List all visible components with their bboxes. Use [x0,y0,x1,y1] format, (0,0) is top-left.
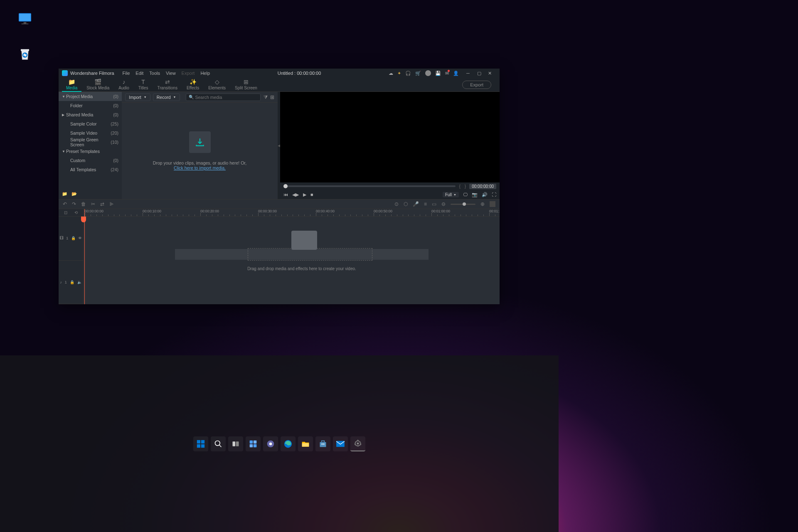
undo-button[interactable]: ↶ [63,201,67,207]
play-button[interactable]: ▶ [303,192,306,197]
taskview-button[interactable] [228,436,243,451]
zoom-in-button[interactable]: ⊕ [480,201,485,207]
timeline-link-icon[interactable]: ⟲ [74,210,78,215]
tab-titles[interactable]: TTitles [134,78,153,92]
lock-icon[interactable]: 🔒 [70,280,74,284]
scrubber-thumb[interactable] [283,184,288,188]
sidebar-item-custom[interactable]: Custom(0) [59,156,122,165]
minimize-button[interactable]: ─ [466,71,475,76]
sidebar-item-shared-media[interactable]: ▶Shared Media(0) [59,110,122,119]
timeline-drop-placeholder[interactable]: Drag and drop media and effects here to … [175,237,429,262]
visibility-icon[interactable]: 👁 [78,236,82,240]
playhead[interactable] [84,209,85,304]
record-dropdown[interactable]: Record▼ [153,94,180,101]
sidebar-item-project-media[interactable]: ▼Project Media(0) [59,92,122,101]
taskbar-chat-icon[interactable] [263,436,278,451]
delete-button[interactable]: 🗑 [81,201,86,207]
render-preview-button[interactable]: ⊙ [394,201,399,207]
zoom-thumb[interactable] [463,202,466,206]
taskbar-search-button[interactable] [211,436,226,451]
import-media-link[interactable]: Click here to import media. [174,165,226,170]
mark-out-button[interactable]: } [464,184,467,189]
zoom-out-button[interactable]: ⊖ [441,201,446,207]
volume-icon[interactable]: 🔊 [482,192,488,197]
split-button[interactable]: ✂ [91,201,95,207]
video-track-header[interactable]: 🎞 1 🔒 👁 [59,217,83,261]
timeline-body[interactable]: 00:00:00:0000:00:10:0000:00:20:0000:00:3… [84,209,500,304]
crop-button[interactable]: ⇄ [100,201,104,207]
explorer-button[interactable] [298,436,313,451]
close-button[interactable]: ✕ [488,71,496,76]
tab-effects[interactable]: ✨Effects [182,78,203,92]
new-folder-icon[interactable]: 📁 [62,191,67,197]
stop-button[interactable]: ■ [310,192,313,197]
widgets-button[interactable] [246,436,261,451]
sidebar-item-preset-templates[interactable]: ▼Preset Templates [59,147,122,156]
search-media-input[interactable]: 🔍 [186,94,261,101]
menu-tools[interactable]: Tools [149,71,160,76]
timeline-options-icon[interactable]: ⊡ [64,210,67,215]
prev-frame-button[interactable]: ⏮ [283,192,288,197]
speed-button[interactable]: ⫸ [109,201,114,207]
avatar-icon[interactable] [425,70,431,76]
store-button[interactable] [315,436,330,451]
preview-quality-dropdown[interactable]: Full▼ [443,192,459,197]
export-button[interactable]: Export [462,81,491,89]
media-drop-zone[interactable]: Drop your video clips, images, or audio … [122,103,278,199]
svg-rect-16 [250,444,253,447]
tab-media[interactable]: 📁Media [62,78,81,92]
menu-file[interactable]: File [123,71,130,76]
cart-icon[interactable]: 🛒 [415,71,421,76]
redo-button[interactable]: ↷ [72,201,76,207]
timeline-ruler[interactable]: 00:00:00:0000:00:10:0000:00:20:0000:00:3… [84,209,500,217]
recycle-bin-icon[interactable] [12,46,37,63]
lock-icon[interactable]: 🔒 [71,236,76,240]
save-icon[interactable]: 💾 [435,71,441,76]
import-dropdown[interactable]: Import▼ [125,94,150,101]
filter-icon[interactable]: ⧩ [264,94,268,100]
menu-view[interactable]: View [166,71,176,76]
grid-view-icon[interactable]: ⊞ [270,94,274,100]
mail-button[interactable] [333,436,348,451]
settings-button[interactable] [350,436,365,451]
menu-help[interactable]: Help [200,71,210,76]
account-icon[interactable]: 👤 [453,71,459,76]
playhead-handle[interactable] [81,217,86,222]
headphones-icon[interactable]: 🎧 [405,71,411,76]
adjust-button[interactable]: ▭ [432,201,436,207]
tab-stock-media[interactable]: 🎬Stock Media [82,78,113,92]
menu-edit[interactable]: Edit [135,71,143,76]
sidebar-item-folder[interactable]: Folder(0) [59,101,122,110]
cloud-icon[interactable]: ☁ [389,71,393,76]
sidebar-item-all-templates[interactable]: All Templates(24) [59,165,122,174]
mixer-button[interactable]: ≡ [424,201,427,207]
sidebar-item-sample-video[interactable]: Sample Video(20) [59,128,122,138]
fullscreen-icon[interactable]: ⛶ [492,192,496,197]
marker-button[interactable]: ⬡ [404,201,408,207]
snapshot-icon[interactable]: 📷 [472,192,478,197]
import-media-button[interactable] [189,131,211,153]
open-folder-icon[interactable]: 📂 [71,191,77,197]
tab-split-screen[interactable]: ⊞Split Screen [231,78,261,92]
preview-scrubber[interactable] [283,185,456,187]
edge-button[interactable] [281,436,296,451]
step-back-button[interactable]: ◀▶ [292,192,299,197]
sidebar-item-sample-green[interactable]: Sample Green Screen(10) [59,138,122,147]
audio-track-header[interactable]: ♪ 1 🔒 🔈 [59,261,83,305]
tab-audio[interactable]: ♪Audio [114,78,133,92]
display-icon[interactable]: 🖵 [463,192,468,197]
this-pc-icon[interactable] [12,10,37,28]
maximize-button[interactable]: ▢ [477,71,485,76]
message-icon[interactable]: ✉ [445,71,449,76]
tab-elements[interactable]: ◇Elements [204,78,230,92]
start-button[interactable] [193,436,208,451]
tab-transitions[interactable]: ⇄Transitions [153,78,182,92]
zoom-fit-button[interactable] [490,201,495,207]
zoom-slider[interactable] [451,204,475,205]
effects-store-icon[interactable]: ✦ [397,71,401,76]
mark-in-button[interactable]: { [458,184,461,189]
sidebar-item-sample-color[interactable]: Sample Color(25) [59,119,122,128]
preview-video[interactable] [280,92,500,182]
voiceover-button[interactable]: 🎤 [413,201,419,207]
mute-icon[interactable]: 🔈 [77,280,82,284]
